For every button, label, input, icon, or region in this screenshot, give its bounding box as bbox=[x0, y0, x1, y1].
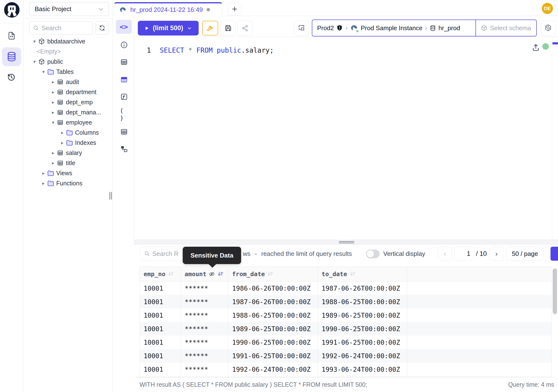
tree-item-views[interactable]: ▸Views bbox=[23, 168, 113, 178]
tree-item-title[interactable]: ▸title bbox=[23, 158, 113, 168]
prev-page-button[interactable]: ‹ bbox=[438, 247, 452, 261]
caret-right-icon[interactable]: ▸ bbox=[40, 170, 47, 176]
panel-splitter[interactable] bbox=[134, 240, 558, 244]
sidebar-search-input[interactable] bbox=[42, 24, 85, 32]
results-scrollbar-thumb[interactable] bbox=[553, 268, 557, 314]
share-button[interactable] bbox=[237, 21, 253, 35]
tree-item-salary[interactable]: ▸salary bbox=[23, 148, 113, 158]
caret-down-icon[interactable]: ▾ bbox=[31, 59, 38, 64]
caret-down-icon[interactable]: ▾ bbox=[50, 120, 56, 125]
tree-item-public[interactable]: ▾public bbox=[23, 56, 113, 67]
caret-right-icon[interactable]: ▸ bbox=[50, 99, 56, 105]
sql-editor-app: Basic Project ▾bbdataarchive<Empty>▾publ… bbox=[0, 0, 558, 392]
rail-worksheets-button[interactable] bbox=[7, 31, 17, 41]
postgres-icon bbox=[119, 6, 127, 13]
next-page-button[interactable]: › bbox=[489, 247, 504, 261]
table-cell: 1991-06-25T00:00:00Z bbox=[228, 349, 318, 363]
vertical-display-toggle[interactable] bbox=[366, 250, 380, 258]
caret-right-icon[interactable]: ▸ bbox=[50, 160, 56, 166]
rail-divider bbox=[3, 23, 20, 23]
sort-icon[interactable] bbox=[267, 271, 273, 277]
toolbar-border bbox=[134, 37, 558, 37]
sort-icon[interactable] bbox=[217, 271, 224, 277]
tree-item-columns[interactable]: ▸Columns bbox=[23, 127, 113, 138]
project-selector[interactable]: Basic Project bbox=[29, 2, 109, 16]
ai-assistant-button[interactable] bbox=[541, 20, 556, 36]
environment-shield-icon bbox=[336, 25, 343, 31]
eye-off-icon[interactable] bbox=[209, 271, 215, 277]
column-header-emp-no[interactable]: emp_no bbox=[140, 267, 181, 281]
tree-item-indexes[interactable]: ▸Indexes bbox=[23, 138, 113, 148]
schema-cube-icon bbox=[38, 38, 45, 45]
instance-label: Prod Sample Instance bbox=[361, 24, 423, 32]
editor-scroll-mark[interactable] bbox=[552, 42, 558, 44]
sidebar-resize-handle[interactable] bbox=[109, 192, 110, 200]
caret-down-icon[interactable]: ▾ bbox=[40, 69, 47, 75]
masking-panel-button[interactable] bbox=[120, 75, 128, 84]
page-number-input[interactable] bbox=[454, 247, 474, 261]
save-button[interactable] bbox=[220, 21, 236, 35]
table-icon bbox=[57, 149, 64, 157]
sidebar-search[interactable] bbox=[29, 21, 93, 35]
tree-item-dept-mana[interactable]: ▸dept_mana... bbox=[23, 107, 113, 117]
run-query-button[interactable]: (limit 500) bbox=[138, 21, 199, 35]
caret-right-icon[interactable]: ▸ bbox=[59, 130, 65, 135]
folder-icon bbox=[47, 170, 54, 177]
sort-icon[interactable] bbox=[349, 271, 356, 277]
column-header-from-date[interactable]: from_date bbox=[228, 267, 318, 281]
sort-icon[interactable] bbox=[167, 271, 174, 277]
external-tables-panel-button[interactable] bbox=[120, 127, 128, 136]
functions-panel-button[interactable] bbox=[120, 92, 128, 101]
bytebase-logo[interactable] bbox=[4, 2, 20, 18]
page-size-select[interactable]: 50 / page bbox=[506, 247, 544, 261]
tables-panel-button[interactable] bbox=[120, 58, 128, 66]
upload-icon bbox=[532, 43, 540, 52]
new-tab-button[interactable]: + bbox=[228, 3, 241, 15]
export-button[interactable] bbox=[550, 247, 558, 261]
table-cell: 10001 bbox=[140, 281, 181, 295]
diagram-panel-button[interactable] bbox=[120, 145, 128, 153]
upload-button[interactable] bbox=[532, 43, 540, 52]
select-schema-button[interactable]: Select schema bbox=[475, 20, 536, 36]
tree-item-bbdataarchive[interactable]: ▾bbdataarchive bbox=[23, 36, 113, 46]
table-cell: 1992-06-24T00:00:00Z bbox=[228, 363, 318, 376]
caret-right-icon[interactable]: ▸ bbox=[59, 140, 65, 146]
tree-item-department[interactable]: ▸department bbox=[23, 87, 113, 97]
table-icon-2 bbox=[120, 128, 128, 136]
tree-item-employee[interactable]: ▾employee bbox=[23, 117, 113, 127]
sidebar-resize-handle-2[interactable] bbox=[111, 192, 112, 200]
caret-right-icon[interactable]: ▸ bbox=[40, 181, 47, 186]
caret-down-icon[interactable]: ▾ bbox=[31, 39, 38, 44]
procedures-panel-button[interactable]: ( ) bbox=[120, 110, 128, 119]
splitter-grip-1 bbox=[339, 241, 354, 242]
results-table-body: 10001******1986-06-26T00:00:00Z1987-06-2… bbox=[140, 281, 552, 378]
tree-item-dept-emp[interactable]: ▸dept_emp bbox=[23, 97, 113, 107]
rail-history-button[interactable] bbox=[7, 72, 16, 82]
refresh-button[interactable] bbox=[95, 21, 109, 35]
caret-right-icon[interactable]: ▸ bbox=[50, 150, 56, 156]
caret-right-icon[interactable]: ▸ bbox=[50, 79, 56, 85]
code-panel-toggle[interactable]: <> bbox=[116, 20, 132, 34]
icon-rail bbox=[0, 0, 23, 392]
sql-token: salary bbox=[245, 46, 270, 54]
line-number: 1 bbox=[141, 46, 151, 54]
column-header-to-date[interactable]: to_date bbox=[318, 267, 407, 281]
breadcrumb-database-section[interactable]: Prod2 › Prod Sample Instance › hr_prod bbox=[312, 20, 475, 36]
tree-item-functions[interactable]: ▸Functions bbox=[23, 178, 113, 188]
table-row: 10001******1987-06-26T00:00:00Z1988-06-2… bbox=[140, 295, 552, 308]
openai-icon bbox=[544, 24, 552, 32]
connection-context-button[interactable] bbox=[294, 20, 309, 36]
connection-breadcrumb[interactable]: Prod2 › Prod Sample Instance › hr_prod S… bbox=[312, 19, 537, 36]
caret-right-icon[interactable]: ▸ bbox=[50, 110, 56, 115]
sql-editor-line[interactable]: SELECT * FROM public.salary; bbox=[160, 45, 274, 55]
admin-wrench-button[interactable] bbox=[202, 21, 218, 35]
info-panel-button[interactable] bbox=[120, 41, 128, 49]
caret-right-icon[interactable]: ▸ bbox=[50, 89, 56, 95]
rail-databases-button[interactable] bbox=[2, 47, 21, 66]
tab-hr-prod[interactable]: hr_prod 2024-11-22 16:49 bbox=[114, 2, 222, 16]
column-header-amount[interactable]: amount bbox=[181, 267, 228, 281]
tree-item-tables[interactable]: ▾Tables bbox=[23, 67, 113, 77]
tree-item-empty[interactable]: <Empty> bbox=[23, 46, 113, 56]
tree-item-audit[interactable]: ▸audit bbox=[23, 77, 113, 87]
avatar[interactable]: DE bbox=[542, 3, 553, 14]
